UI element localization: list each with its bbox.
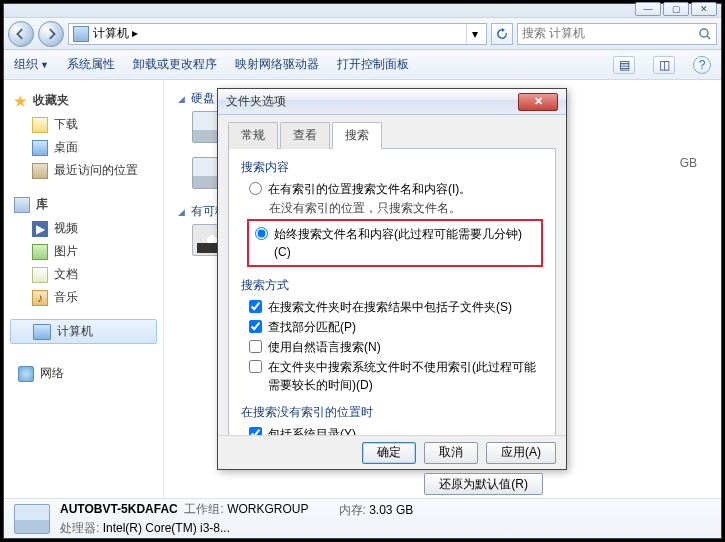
dialog-footer: 确定 取消 应用(A) — [218, 435, 566, 469]
titlebar: — ▢ ✕ — [4, 4, 721, 18]
radio-always-search[interactable]: 始终搜索文件名和内容(此过程可能需要几分钟)(C) — [255, 225, 537, 261]
dialog-close-button[interactable]: ✕ — [518, 93, 558, 111]
sidebar-item-network[interactable]: 网络 — [4, 362, 163, 385]
memory-value: 3.03 GB — [369, 503, 413, 517]
sidebar-item-documents[interactable]: 文档 — [4, 263, 163, 286]
radio-indexed-locations[interactable]: 在有索引的位置搜索文件名和内容(I)。 — [249, 180, 543, 198]
uninstall-programs-button[interactable]: 卸载或更改程序 — [133, 56, 217, 73]
tab-view[interactable]: 查看 — [280, 122, 330, 149]
sidebar-item-pictures[interactable]: 图片 — [4, 240, 163, 263]
search-icon — [698, 27, 712, 41]
desktop-icon — [32, 140, 48, 156]
libraries-group[interactable]: 库 — [4, 192, 163, 217]
sidebar-item-recent[interactable]: 最近访问的位置 — [4, 159, 163, 182]
address-dropdown-icon[interactable]: ▾ — [466, 24, 482, 44]
computer-large-icon — [14, 504, 50, 534]
workgroup-value: WORKGROUP — [227, 502, 308, 516]
svg-point-0 — [700, 29, 708, 37]
address-bar[interactable]: 计算机 ▸ ▾ — [68, 23, 487, 45]
star-icon: ★ — [14, 93, 27, 109]
tab-general[interactable]: 常规 — [228, 122, 278, 149]
organize-menu[interactable]: 组织 ▼ — [14, 56, 49, 73]
refresh-button[interactable] — [491, 23, 513, 45]
highlight-box: 始终搜索文件名和内容(此过程可能需要几分钟)(C) — [247, 219, 543, 267]
search-content-label: 搜索内容 — [241, 159, 543, 176]
toolbar: 组织 ▼ 系统属性 卸载或更改程序 映射网络驱动器 打开控制面板 ▤ ◫ ? — [4, 50, 721, 80]
explorer-window: — ▢ ✕ 计算机 ▸ ▾ 搜索 计算机 组织 ▼ 系统属性 卸载或更改程序 映… — [3, 3, 722, 539]
computer-icon — [73, 26, 89, 42]
search-input[interactable]: 搜索 计算机 — [517, 23, 717, 45]
apply-button[interactable]: 应用(A) — [486, 442, 556, 464]
dialog-titlebar[interactable]: 文件夹选项 ✕ — [218, 89, 566, 115]
music-icon: ♪ — [32, 290, 48, 306]
tab-search-pane: 搜索内容 在有索引的位置搜索文件名和内容(I)。 在没有索引的位置，只搜索文件名… — [228, 149, 556, 445]
breadcrumb[interactable]: 计算机 ▸ — [93, 25, 138, 42]
picture-icon — [32, 244, 48, 260]
computer-name: AUTOBVT-5KDAFAC — [60, 502, 178, 516]
help-button[interactable]: ? — [693, 56, 711, 74]
chk-natural-language[interactable]: 使用自然语言搜索(N) — [249, 338, 543, 356]
dialog-tabs: 常规 查看 搜索 — [228, 121, 556, 149]
non-indexed-label: 在搜索没有索引的位置时 — [241, 404, 543, 421]
favorites-group[interactable]: ★收藏夹 — [4, 88, 163, 113]
dialog-title: 文件夹选项 — [226, 93, 286, 110]
tab-search[interactable]: 搜索 — [332, 122, 382, 149]
radio-indexed-sublabel: 在没有索引的位置，只搜索文件名。 — [269, 200, 543, 217]
chk-include-subfolders[interactable]: 在搜索文件夹时在搜索结果中包括子文件夹(S) — [249, 298, 543, 316]
forward-button[interactable] — [38, 21, 64, 47]
computer-icon — [33, 324, 51, 340]
sidebar-item-desktop[interactable]: 桌面 — [4, 136, 163, 159]
recent-icon — [32, 163, 48, 179]
search-method-label: 搜索方式 — [241, 277, 543, 294]
nav-sidebar: ★收藏夹 下载 桌面 最近访问的位置 库 ▶视频 图片 文档 ♪音乐 计算机 网… — [4, 80, 164, 498]
network-icon — [18, 366, 34, 382]
window-close-button[interactable]: ✕ — [691, 2, 717, 16]
library-icon — [14, 197, 30, 213]
sidebar-item-downloads[interactable]: 下载 — [4, 113, 163, 136]
minimize-button[interactable]: — — [635, 2, 661, 16]
back-button[interactable] — [8, 21, 34, 47]
system-properties-button[interactable]: 系统属性 — [67, 56, 115, 73]
search-placeholder: 搜索 计算机 — [522, 25, 585, 42]
download-icon — [32, 117, 48, 133]
chk-no-index-system[interactable]: 在文件夹中搜索系统文件时不使用索引(此过程可能需要较长的时间)(D) — [249, 358, 543, 394]
status-bar: AUTOBVT-5KDAFAC 工作组: WORKGROUP 处理器: Inte… — [4, 498, 721, 538]
nav-bar: 计算机 ▸ ▾ 搜索 计算机 — [4, 18, 721, 50]
cancel-button[interactable]: 取消 — [424, 442, 478, 464]
preview-pane-button[interactable]: ◫ — [653, 56, 675, 74]
chk-partial-match[interactable]: 查找部分匹配(P) — [249, 318, 543, 336]
video-icon: ▶ — [32, 221, 48, 237]
gb-label: GB — [680, 156, 697, 170]
document-icon — [32, 267, 48, 283]
sidebar-item-computer[interactable]: 计算机 — [10, 319, 157, 344]
restore-defaults-button[interactable]: 还原为默认值(R) — [424, 473, 543, 495]
control-panel-button[interactable]: 打开控制面板 — [337, 56, 409, 73]
map-drive-button[interactable]: 映射网络驱动器 — [235, 56, 319, 73]
sidebar-item-videos[interactable]: ▶视频 — [4, 217, 163, 240]
sidebar-item-music[interactable]: ♪音乐 — [4, 286, 163, 309]
ok-button[interactable]: 确定 — [362, 442, 416, 464]
cpu-value: Intel(R) Core(TM) i3-8... — [103, 521, 230, 535]
folder-options-dialog: 文件夹选项 ✕ 常规 查看 搜索 搜索内容 在有索引的位置搜索文件名和内容(I)… — [217, 88, 567, 470]
maximize-button[interactable]: ▢ — [663, 2, 689, 16]
view-mode-button[interactable]: ▤ — [613, 56, 635, 74]
